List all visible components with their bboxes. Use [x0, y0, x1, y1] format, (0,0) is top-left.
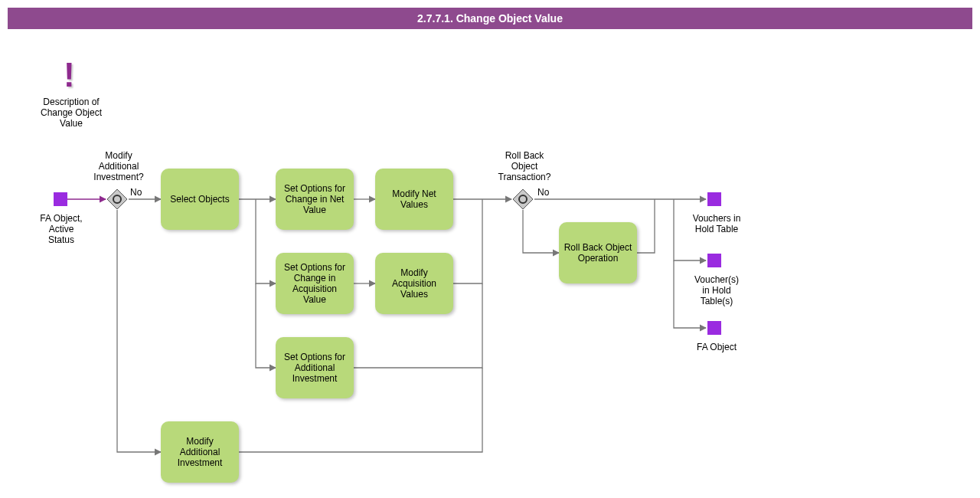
activity-label: Modify Acquisition Values	[392, 267, 436, 300]
activity-set-net: Set Options for Change in Net Value	[276, 169, 354, 230]
activity-label: Modify Net Values	[392, 188, 436, 210]
activity-label: Set Options for Additional Investment	[284, 352, 345, 384]
activity-modify-net: Modify Net Values	[375, 169, 453, 230]
activity-select-objects: Select Objects	[161, 169, 239, 230]
activity-set-addl: Set Options for Additional Investment	[276, 337, 354, 398]
svg-marker-9	[513, 189, 533, 209]
activity-label: Set Options for Change in Acquisition Va…	[284, 262, 345, 305]
exclamation-icon: !	[64, 58, 75, 92]
end-label-vouchers2: Voucher(s) in Hold Table(s)	[686, 274, 747, 306]
gateway-modify-additional	[106, 188, 128, 210]
activity-label: Roll Back Object Operation	[564, 242, 632, 264]
end-label-fa-object: FA Object	[686, 342, 747, 352]
start-label: FA Object, Active Status	[34, 213, 89, 245]
page-title: 2.7.7.1. Change Object Value	[417, 12, 563, 25]
start-node	[54, 192, 67, 206]
end-node-vouchers	[707, 192, 721, 206]
activity-modify-addl: Modify Additional Investment	[161, 421, 239, 483]
end-node-fa-object	[707, 321, 721, 335]
gateway-modify-no-label: No	[130, 187, 142, 198]
activity-label: Modify Additional Investment	[178, 436, 223, 468]
activity-modify-acq: Modify Acquisition Values	[375, 253, 453, 314]
activity-label: Set Options for Change in Net Value	[284, 183, 345, 215]
diagram-canvas: ! Description of Change Object Value FA …	[8, 29, 972, 489]
annotation-caption: Description of Change Object Value	[33, 97, 109, 129]
end-label-vouchers: Vouchers in Hold Table	[686, 213, 747, 234]
svg-marker-7	[107, 189, 127, 209]
activity-rollback-op: Roll Back Object Operation	[559, 222, 637, 283]
activity-label: Select Objects	[170, 194, 229, 205]
gateway-modify-question: Modify Additional Investment?	[84, 150, 153, 182]
page-title-bar: 2.7.7.1. Change Object Value	[8, 8, 972, 29]
connector-layer	[8, 29, 972, 489]
activity-set-acq: Set Options for Change in Acquisition Va…	[276, 253, 354, 314]
gateway-rollback	[512, 188, 534, 210]
end-node-vouchers2	[707, 254, 721, 267]
gateway-rollback-question: Roll Back Object Transaction?	[490, 150, 559, 182]
gateway-rollback-no-label: No	[537, 187, 549, 198]
